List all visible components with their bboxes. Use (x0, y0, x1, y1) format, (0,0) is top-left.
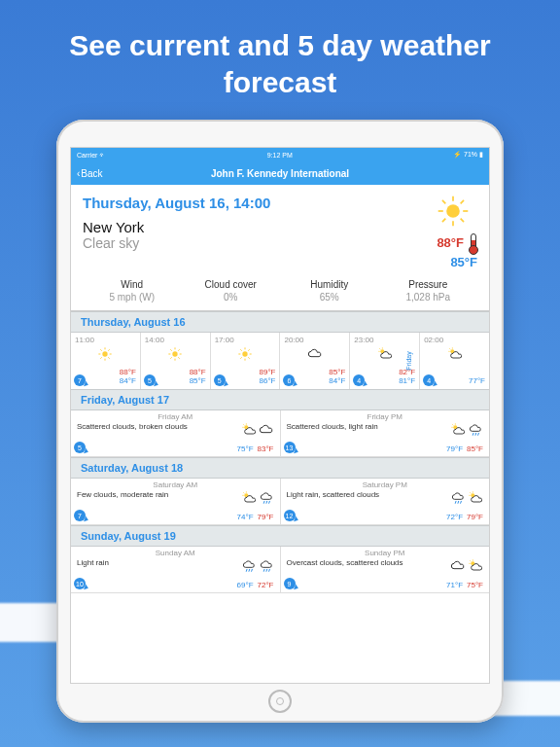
svg-line-24 (179, 357, 180, 358)
svg-line-14 (101, 349, 102, 350)
wind-badge: 13 (284, 442, 296, 453)
half-day-cell[interactable]: Friday PMScattered clouds, light rain137… (281, 410, 490, 457)
svg-line-58 (243, 492, 244, 493)
period-temps: 74°F79°F (237, 513, 274, 521)
cloud-icon (450, 558, 466, 574)
half-day-row: Saturday AMFew clouds, moderate rain774°… (71, 479, 489, 525)
half-day-cell[interactable]: Sunday AMLight rain1069°F72°F (71, 547, 281, 593)
metric-value: 5 mph (W) (83, 292, 182, 302)
wind-badge: 5 (74, 442, 86, 453)
svg-point-0 (447, 204, 461, 218)
sun-icon (145, 346, 206, 362)
metric-cell: Wind5 mph (W) (83, 279, 182, 302)
wind-badge: 10 (74, 578, 86, 589)
svg-line-43 (449, 348, 450, 349)
half-day-row: Friday AMScattered clouds, broken clouds… (71, 410, 489, 457)
svg-line-33 (248, 357, 249, 358)
current-condition: Clear sky (83, 235, 270, 251)
svg-line-17 (101, 357, 102, 358)
svg-line-39 (379, 348, 380, 349)
wind-badge: 12 (284, 510, 296, 521)
hour-cell[interactable]: 02:00477°F (420, 333, 489, 389)
svg-line-7 (461, 200, 464, 203)
svg-line-61 (268, 501, 269, 503)
svg-line-73 (266, 569, 267, 571)
period-label: Friday PM (287, 412, 484, 421)
sun-icon (437, 195, 470, 228)
rain-icon (259, 490, 274, 506)
day-header: Friday, August 17 (71, 389, 489, 410)
svg-line-52 (472, 433, 473, 435)
svg-line-35 (240, 357, 241, 358)
hour-time: 14:00 (145, 336, 206, 344)
hour-time: 11:00 (75, 336, 136, 344)
svg-line-64 (461, 501, 462, 503)
home-button[interactable] (268, 690, 292, 713)
metric-cell: Humidity65% (280, 279, 379, 302)
half-day-cell[interactable]: Friday AMScattered clouds, broken clouds… (71, 410, 281, 457)
wind-badge: 7 (74, 510, 86, 521)
status-time: 9:12 PM (267, 152, 293, 159)
svg-line-59 (263, 501, 264, 503)
period-temps: 72°F79°F (446, 513, 483, 521)
current-datetime: Thursday, August 16, 14:00 (83, 195, 270, 211)
svg-line-74 (268, 569, 269, 571)
svg-point-9 (103, 351, 108, 356)
hour-temps: 88°F85°F (190, 369, 206, 386)
svg-line-8 (442, 219, 445, 222)
hour-time: 17:00 (215, 336, 276, 344)
current-city: New York (83, 219, 270, 235)
status-carrier: Carrier ᯤ (77, 152, 106, 159)
svg-line-53 (475, 433, 476, 435)
wind-badge: 9 (284, 578, 296, 589)
cloud-sun-icon (241, 490, 257, 506)
metric-cell: Pressure1,028 hPa (379, 279, 478, 302)
hourly-header: Thursday, August 16 (71, 311, 489, 333)
hourly-row: 11:00788°F84°F14:00588°F85°F17:00589°F86… (71, 333, 489, 389)
svg-line-6 (461, 219, 464, 222)
hour-cell[interactable]: 23:00482°F81°FFriday (350, 333, 420, 389)
metric-label: Wind (83, 279, 182, 290)
half-day-row: Sunday AMLight rain1069°F72°FSunday PMOv… (71, 547, 489, 593)
period-temps: 75°F83°F (237, 445, 274, 453)
svg-line-60 (266, 501, 267, 503)
period-temps: 71°F75°F (446, 581, 483, 589)
svg-line-71 (251, 569, 252, 571)
hour-temps: 88°F84°F (120, 369, 136, 386)
svg-line-26 (171, 357, 172, 358)
svg-line-54 (478, 433, 479, 435)
svg-line-34 (248, 349, 249, 350)
svg-line-51 (452, 424, 453, 425)
svg-line-47 (243, 424, 244, 425)
svg-line-63 (458, 501, 459, 503)
hour-cell[interactable]: 17:00589°F86°F (211, 333, 281, 389)
day-header: Sunday, August 19 (71, 525, 489, 547)
rain-icon (259, 558, 274, 574)
hour-temps: 85°F84°F (329, 369, 345, 386)
svg-line-72 (263, 569, 264, 571)
hour-cell[interactable]: 20:00685°F84°F (280, 333, 350, 389)
hour-cell[interactable]: 11:00788°F84°F (71, 333, 141, 389)
cloud-icon (259, 422, 274, 438)
hour-cell[interactable]: 14:00588°F85°F (141, 333, 211, 389)
svg-line-25 (179, 349, 180, 350)
period-temps: 69°F72°F (237, 581, 274, 589)
day-divider-label: Friday (405, 351, 412, 370)
half-day-cell[interactable]: Sunday PMOvercast clouds, scattered clou… (281, 547, 490, 593)
current-conditions: Thursday, August 16, 14:00 New York Clea… (71, 185, 489, 311)
thermometer-icon (468, 233, 477, 255)
hour-time: 23:00 (354, 336, 415, 344)
metric-value: 0% (182, 292, 281, 302)
wind-badge: 4 (423, 374, 435, 386)
hour-temps: 77°F (469, 377, 485, 386)
svg-line-15 (109, 357, 110, 358)
svg-line-23 (171, 349, 172, 350)
svg-line-32 (240, 349, 241, 350)
cloud-icon (284, 346, 345, 362)
half-day-cell[interactable]: Saturday AMFew clouds, moderate rain774°… (71, 479, 281, 525)
cloud-sun-icon (424, 346, 485, 362)
nav-bar: ‹ Back John F. Kennedy International (71, 161, 489, 185)
svg-line-16 (109, 349, 110, 350)
metric-value: 1,028 hPa (379, 292, 478, 302)
half-day-cell[interactable]: Saturday PMLight rain, scattered clouds1… (281, 479, 490, 525)
